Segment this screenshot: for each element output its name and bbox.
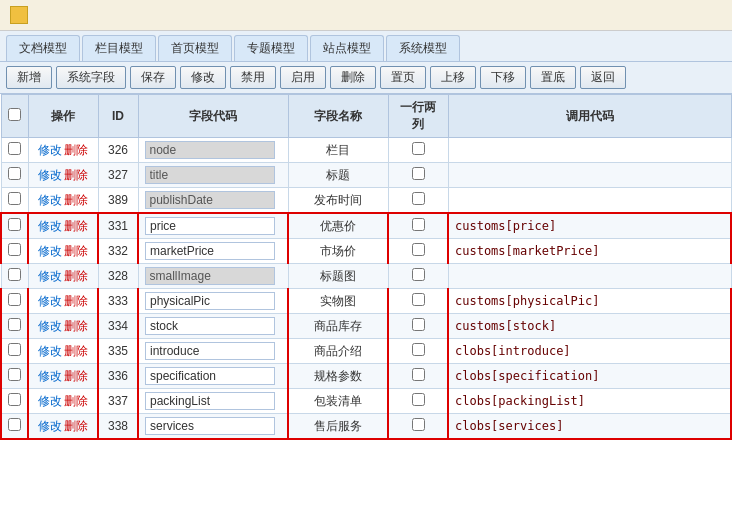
twocol-checkbox[interactable] — [412, 218, 425, 231]
select-all-checkbox[interactable] — [8, 108, 21, 121]
field-code-input-2[interactable] — [145, 191, 275, 209]
toolbar-btn-2[interactable]: 保存 — [130, 66, 176, 89]
cell-op-8: 修改删除 — [28, 339, 98, 364]
cell-id-3: 331 — [98, 213, 138, 239]
tabs-bar: 文档模型栏目模型首页模型专题模型站点模型系统模型 — [0, 31, 732, 62]
tab-2[interactable]: 首页模型 — [158, 35, 232, 61]
row-checkbox[interactable] — [8, 293, 21, 306]
toolbar-btn-9[interactable]: 下移 — [480, 66, 526, 89]
row-checkbox[interactable] — [8, 167, 21, 180]
twocol-checkbox[interactable] — [412, 343, 425, 356]
delete-link[interactable]: 删除 — [64, 419, 88, 433]
cell-code-9 — [138, 364, 288, 389]
edit-link[interactable]: 修改 — [38, 344, 62, 358]
edit-link[interactable]: 修改 — [38, 244, 62, 258]
row-checkbox[interactable] — [8, 393, 21, 406]
cell-callcode-2 — [448, 188, 731, 214]
twocol-checkbox[interactable] — [412, 418, 425, 431]
field-code-input-11[interactable] — [145, 417, 275, 435]
toolbar-btn-7[interactable]: 置页 — [380, 66, 426, 89]
field-code-input-5[interactable] — [145, 267, 275, 285]
row-checkbox[interactable] — [8, 343, 21, 356]
toolbar-btn-8[interactable]: 上移 — [430, 66, 476, 89]
field-code-input-0[interactable] — [145, 141, 275, 159]
field-code-input-8[interactable] — [145, 342, 275, 360]
field-code-input-6[interactable] — [145, 292, 275, 310]
toolbar-btn-11[interactable]: 返回 — [580, 66, 626, 89]
field-code-input-3[interactable] — [145, 217, 275, 235]
cell-id-6: 333 — [98, 289, 138, 314]
delete-link[interactable]: 删除 — [64, 219, 88, 233]
tab-1[interactable]: 栏目模型 — [82, 35, 156, 61]
cell-twocol-1 — [388, 163, 448, 188]
edit-link[interactable]: 修改 — [38, 143, 62, 157]
row-checkbox[interactable] — [8, 192, 21, 205]
delete-link[interactable]: 删除 — [64, 394, 88, 408]
toolbar-btn-0[interactable]: 新增 — [6, 66, 52, 89]
twocol-checkbox[interactable] — [412, 192, 425, 205]
twocol-checkbox[interactable] — [412, 142, 425, 155]
twocol-checkbox[interactable] — [412, 293, 425, 306]
toolbar-btn-10[interactable]: 置底 — [530, 66, 576, 89]
twocol-checkbox[interactable] — [412, 268, 425, 281]
delete-link[interactable]: 删除 — [64, 269, 88, 283]
edit-link[interactable]: 修改 — [38, 369, 62, 383]
edit-link[interactable]: 修改 — [38, 168, 62, 182]
cell-callcode-4: customs[marketPrice] — [448, 239, 731, 264]
field-code-input-4[interactable] — [145, 242, 275, 260]
delete-link[interactable]: 删除 — [64, 369, 88, 383]
cell-code-3 — [138, 213, 288, 239]
cell-twocol-4 — [388, 239, 448, 264]
toolbar-btn-1[interactable]: 系统字段 — [56, 66, 126, 89]
delete-link[interactable]: 删除 — [64, 294, 88, 308]
delete-link[interactable]: 删除 — [64, 193, 88, 207]
cell-code-1 — [138, 163, 288, 188]
cell-name-7: 商品库存 — [288, 314, 388, 339]
field-code-input-7[interactable] — [145, 317, 275, 335]
twocol-checkbox[interactable] — [412, 318, 425, 331]
edit-link[interactable]: 修改 — [38, 269, 62, 283]
edit-link[interactable]: 修改 — [38, 419, 62, 433]
table-wrap: 操作ID字段代码字段名称一行两列调用代码 修改删除326栏目修改删除327标题修… — [0, 94, 732, 440]
row-checkbox[interactable] — [8, 368, 21, 381]
delete-link[interactable]: 删除 — [64, 344, 88, 358]
field-code-input-9[interactable] — [145, 367, 275, 385]
cell-op-0: 修改删除 — [28, 138, 98, 163]
row-checkbox[interactable] — [8, 318, 21, 331]
edit-link[interactable]: 修改 — [38, 394, 62, 408]
twocol-checkbox[interactable] — [412, 393, 425, 406]
toolbar-btn-5[interactable]: 启用 — [280, 66, 326, 89]
field-code-input-10[interactable] — [145, 392, 275, 410]
table-row: 修改删除332市场价customs[marketPrice] — [1, 239, 731, 264]
edit-link[interactable]: 修改 — [38, 219, 62, 233]
tab-5[interactable]: 系统模型 — [386, 35, 460, 61]
tab-4[interactable]: 站点模型 — [310, 35, 384, 61]
twocol-checkbox[interactable] — [412, 243, 425, 256]
field-code-input-1[interactable] — [145, 166, 275, 184]
row-checkbox[interactable] — [8, 243, 21, 256]
row-checkbox[interactable] — [8, 218, 21, 231]
cell-op-2: 修改删除 — [28, 188, 98, 214]
tab-0[interactable]: 文档模型 — [6, 35, 80, 61]
row-checkbox[interactable] — [8, 418, 21, 431]
toolbar-btn-4[interactable]: 禁用 — [230, 66, 276, 89]
row-checkbox[interactable] — [8, 142, 21, 155]
row-checkbox[interactable] — [8, 268, 21, 281]
cell-op-4: 修改删除 — [28, 239, 98, 264]
edit-link[interactable]: 修改 — [38, 294, 62, 308]
edit-link[interactable]: 修改 — [38, 193, 62, 207]
toolbar-btn-3[interactable]: 修改 — [180, 66, 226, 89]
cell-twocol-3 — [388, 213, 448, 239]
twocol-checkbox[interactable] — [412, 368, 425, 381]
delete-link[interactable]: 删除 — [64, 244, 88, 258]
cell-op-11: 修改删除 — [28, 414, 98, 440]
delete-link[interactable]: 删除 — [64, 319, 88, 333]
delete-link[interactable]: 删除 — [64, 168, 88, 182]
cell-callcode-9: clobs[specification] — [448, 364, 731, 389]
twocol-checkbox[interactable] — [412, 167, 425, 180]
tab-3[interactable]: 专题模型 — [234, 35, 308, 61]
edit-link[interactable]: 修改 — [38, 319, 62, 333]
toolbar-btn-6[interactable]: 删除 — [330, 66, 376, 89]
cell-id-4: 332 — [98, 239, 138, 264]
delete-link[interactable]: 删除 — [64, 143, 88, 157]
